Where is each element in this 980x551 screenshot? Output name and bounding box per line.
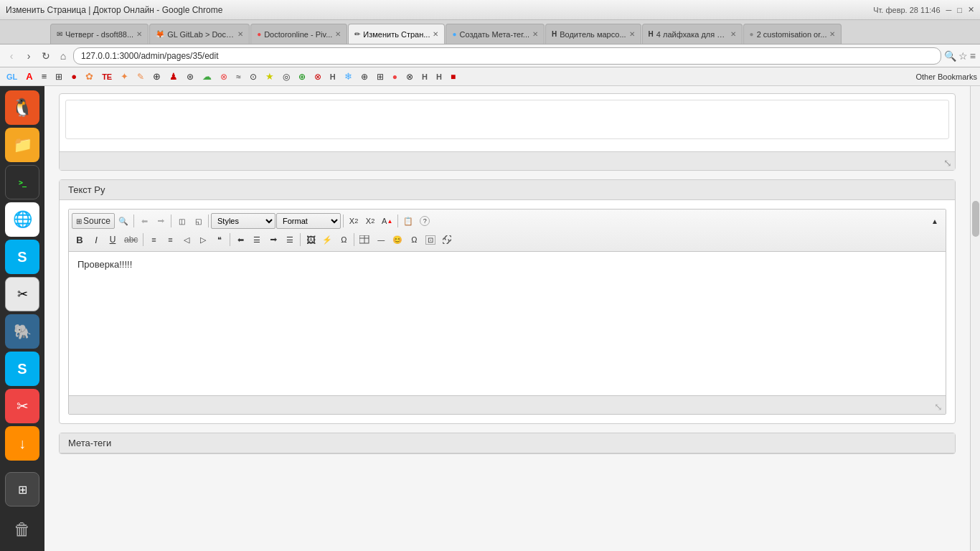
source-button[interactable]: ⊞ Source [72, 213, 115, 229]
bookmark-te[interactable]: TE [98, 71, 116, 83]
tab-gmail[interactable]: ✉ Четверг - dsoft88... ✕ [50, 24, 149, 44]
bookmark-grid[interactable]: ⊞ [52, 70, 66, 83]
dock-terminal[interactable]: >_ [5, 165, 39, 199]
tab-custom-close[interactable]: ✕ [829, 30, 835, 38]
smiley-button[interactable]: 😊 [390, 232, 405, 248]
bookmark-square[interactable]: ■ [447, 70, 459, 83]
italic-button[interactable]: I [88, 232, 104, 248]
zoom-icon[interactable]: 🔍 [944, 50, 956, 62]
chrome-menu-icon[interactable]: ≡ [970, 50, 976, 62]
tab-meta-close[interactable]: ✕ [532, 30, 538, 38]
back-button[interactable]: ‹ [4, 49, 19, 63]
dock-chrome[interactable]: 🌐 [5, 202, 39, 237]
bookmark-star2[interactable]: ★ [262, 70, 278, 83]
other-bookmarks[interactable]: Other Bookmarks [915, 72, 977, 81]
dock-skype2[interactable]: S [5, 352, 39, 386]
address-input[interactable] [73, 47, 941, 65]
hr-button[interactable]: ― [373, 232, 389, 248]
dock-cuteditor[interactable]: ✂ [5, 277, 39, 311]
tab-driver-close[interactable]: ✕ [629, 30, 635, 38]
help-button[interactable]: ? [417, 213, 433, 229]
tab-driver[interactable]: H Водитель марсо... ✕ [545, 24, 641, 44]
bookmark-h1[interactable]: H [326, 71, 339, 83]
iframe-button[interactable]: ⊡ [423, 232, 438, 248]
underline-button[interactable]: U [105, 232, 121, 248]
close-btn[interactable]: ✕ [968, 5, 974, 14]
special-char2-button[interactable]: Ω [406, 232, 422, 248]
bookmark-grid2[interactable]: ⊞ [373, 70, 387, 83]
dock-files[interactable]: 📁 [5, 128, 39, 162]
bookmark-plus3[interactable]: ⊕ [357, 70, 372, 83]
tab-gmail-close[interactable]: ✕ [136, 30, 142, 38]
tab-doctoronline[interactable]: ● Doctoronline - Piv... ✕ [250, 24, 347, 44]
tab-gitlab-close[interactable]: ✕ [237, 30, 243, 38]
bookmark-circle2[interactable]: ⊙ [246, 70, 260, 83]
bookmark-list[interactable]: ≡ [38, 70, 51, 83]
bookmark-wave[interactable]: ≈ [232, 70, 245, 83]
flash-button[interactable]: ⚡ [319, 232, 335, 248]
bookmark-plus2[interactable]: ⊕ [295, 70, 309, 83]
align-right-button[interactable]: ⮕ [265, 232, 281, 248]
bookmark-gl[interactable]: GL [3, 71, 21, 83]
bookmark-h3[interactable]: H [433, 71, 446, 83]
dock-skype1[interactable]: S [5, 240, 39, 274]
find-button[interactable]: 🔍 [116, 213, 131, 229]
maximize-btn[interactable]: □ [957, 6, 962, 14]
superscript-button[interactable]: X2 [362, 213, 378, 229]
blockquote-button[interactable]: ❝ [212, 232, 227, 248]
reload-button[interactable]: ↻ [39, 49, 53, 63]
browser-scrollbar[interactable] [970, 86, 980, 551]
minimize-btn[interactable]: ─ [946, 6, 952, 14]
special-char-button[interactable]: Ω [336, 232, 352, 248]
bookmark-dot[interactable]: ● [389, 70, 401, 83]
ordered-list-button[interactable]: ≡ [146, 232, 161, 248]
bookmark-x2[interactable]: ⊗ [311, 70, 325, 83]
strikethrough-button[interactable]: abc [121, 232, 141, 248]
font-color-button[interactable]: A▲ [379, 213, 395, 229]
dock-xcut[interactable]: ✂ [5, 389, 39, 423]
outdent-button[interactable]: ◁ [179, 232, 194, 248]
align-left-button[interactable]: ⬅ [232, 232, 248, 248]
show-blocks-button[interactable]: ◱ [190, 213, 206, 229]
scrollbar-thumb[interactable] [972, 201, 979, 237]
styles-select[interactable]: Styles [211, 213, 275, 229]
redo-right-button[interactable]: ⮕ [153, 213, 169, 229]
align-center-button[interactable]: ☰ [249, 232, 265, 248]
bookmark-s1[interactable]: ⊛ [183, 70, 197, 83]
tab-edit-page-close[interactable]: ✕ [433, 30, 438, 38]
dock-workspace[interactable]: ⊞ [5, 472, 39, 507]
bookmark-circle[interactable]: ● [67, 70, 80, 83]
link-button[interactable] [439, 232, 455, 248]
tab-edit-page[interactable]: ✏ Изменить Стран... ✕ [348, 24, 445, 44]
tab-doctoronline-close[interactable]: ✕ [335, 30, 341, 38]
bookmark-pen[interactable]: ✎ [133, 70, 148, 83]
copy-format-button[interactable]: 📋 [400, 213, 416, 229]
tab-meta[interactable]: ● Создать Мета-тег... ✕ [446, 24, 545, 44]
tab-gitlab[interactable]: 🦊 GL GitLab > DoctorOn... ✕ [149, 24, 250, 44]
dock-pgadmin[interactable]: 🐘 [5, 314, 39, 349]
dock-trash[interactable]: 🗑 [5, 512, 39, 547]
bookmark-star[interactable]: ✦ [117, 70, 132, 83]
bookmark-x3[interactable]: ⊗ [402, 70, 417, 83]
bold-button[interactable]: B [72, 232, 88, 248]
image-button[interactable]: 🖼 [303, 232, 319, 248]
bookmark-icon[interactable]: ☆ [958, 50, 968, 62]
bookmark-flower[interactable]: ✿ [82, 70, 97, 83]
undo-left-button[interactable]: ⬅ [136, 213, 152, 229]
bookmark-globe[interactable]: ⊕ [149, 70, 164, 83]
dock-uget[interactable]: ↓ [5, 426, 39, 461]
format-select[interactable]: Format [276, 213, 341, 229]
unordered-list-button[interactable]: ≡ [162, 232, 178, 248]
maximize-btn-ck[interactable]: ◫ [174, 213, 189, 229]
bookmark-cloud[interactable]: ☁ [199, 70, 215, 83]
align-justify-button[interactable]: ☰ [282, 232, 298, 248]
bookmark-cross[interactable]: ⊗ [217, 70, 231, 83]
ckeditor-resize-handle[interactable]: ⤡ [934, 401, 943, 413]
forward-button[interactable]: › [22, 49, 36, 63]
top-textarea[interactable] [65, 100, 949, 139]
dock-ubuntu[interactable]: 🐧 [5, 90, 39, 125]
collapse-button[interactable]: ▲ [927, 213, 943, 229]
home-button[interactable]: ⌂ [56, 49, 70, 63]
bookmark-snowflake[interactable]: ❄ [341, 70, 356, 83]
bookmark-ring[interactable]: ◎ [279, 70, 293, 83]
